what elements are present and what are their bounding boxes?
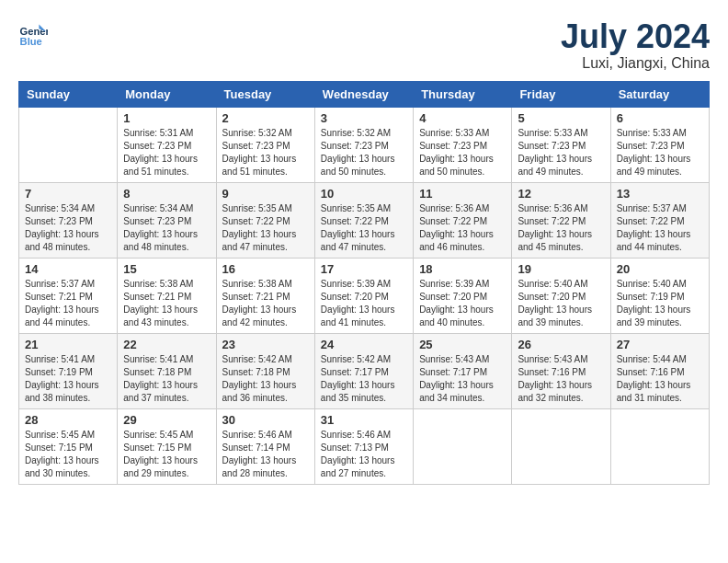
day-number: 23 xyxy=(222,338,309,351)
calendar-week-row: 21Sunrise: 5:41 AM Sunset: 7:19 PM Dayli… xyxy=(19,333,710,408)
calendar-cell: 8Sunrise: 5:34 AM Sunset: 7:23 PM Daylig… xyxy=(118,182,216,258)
day-number: 24 xyxy=(321,338,407,351)
calendar-cell: 1Sunrise: 5:31 AM Sunset: 7:23 PM Daylig… xyxy=(118,107,216,182)
weekday-header: Monday xyxy=(118,81,216,107)
day-info: Sunrise: 5:45 AM Sunset: 7:15 PM Dayligh… xyxy=(25,429,111,480)
day-number: 4 xyxy=(419,111,506,125)
calendar-week-row: 7Sunrise: 5:34 AM Sunset: 7:23 PM Daylig… xyxy=(19,182,710,258)
day-number: 21 xyxy=(25,338,111,351)
day-number: 26 xyxy=(518,338,604,351)
weekday-header: Thursday xyxy=(414,81,512,107)
day-number: 6 xyxy=(617,111,703,125)
calendar-title: July 2024 xyxy=(561,18,710,55)
day-number: 28 xyxy=(25,413,111,427)
day-info: Sunrise: 5:40 AM Sunset: 7:19 PM Dayligh… xyxy=(617,278,703,329)
day-number: 16 xyxy=(222,262,309,276)
day-number: 3 xyxy=(321,111,407,125)
day-info: Sunrise: 5:41 AM Sunset: 7:19 PM Dayligh… xyxy=(25,353,111,405)
day-info: Sunrise: 5:35 AM Sunset: 7:22 PM Dayligh… xyxy=(222,202,309,254)
calendar-cell: 5Sunrise: 5:33 AM Sunset: 7:23 PM Daylig… xyxy=(512,107,610,182)
calendar-cell: 29Sunrise: 5:45 AM Sunset: 7:15 PM Dayli… xyxy=(118,408,216,484)
day-info: Sunrise: 5:42 AM Sunset: 7:18 PM Dayligh… xyxy=(222,353,309,405)
calendar-cell: 14Sunrise: 5:37 AM Sunset: 7:21 PM Dayli… xyxy=(19,258,118,333)
calendar-cell: 12Sunrise: 5:36 AM Sunset: 7:22 PM Dayli… xyxy=(512,182,610,258)
logo: General Blue xyxy=(18,18,48,48)
day-number: 8 xyxy=(123,187,210,201)
calendar-cell xyxy=(512,408,610,484)
day-number: 20 xyxy=(617,262,703,276)
header-row: SundayMondayTuesdayWednesdayThursdayFrid… xyxy=(19,81,710,107)
day-number: 30 xyxy=(222,413,309,427)
calendar-cell xyxy=(19,107,118,182)
calendar-cell: 27Sunrise: 5:44 AM Sunset: 7:16 PM Dayli… xyxy=(610,333,709,408)
day-info: Sunrise: 5:38 AM Sunset: 7:21 PM Dayligh… xyxy=(123,278,210,329)
day-info: Sunrise: 5:40 AM Sunset: 7:20 PM Dayligh… xyxy=(518,278,604,329)
day-number: 12 xyxy=(518,187,604,201)
day-info: Sunrise: 5:42 AM Sunset: 7:17 PM Dayligh… xyxy=(321,353,407,405)
calendar-cell: 4Sunrise: 5:33 AM Sunset: 7:23 PM Daylig… xyxy=(414,107,512,182)
day-number: 10 xyxy=(321,187,407,201)
day-info: Sunrise: 5:39 AM Sunset: 7:20 PM Dayligh… xyxy=(321,278,407,329)
day-info: Sunrise: 5:33 AM Sunset: 7:23 PM Dayligh… xyxy=(518,127,604,178)
day-number: 15 xyxy=(123,262,210,276)
day-info: Sunrise: 5:44 AM Sunset: 7:16 PM Dayligh… xyxy=(617,353,703,405)
svg-text:General: General xyxy=(20,26,48,37)
day-number: 19 xyxy=(518,262,604,276)
day-number: 25 xyxy=(419,338,506,351)
weekday-header: Sunday xyxy=(19,81,118,107)
day-number: 27 xyxy=(617,338,703,351)
day-info: Sunrise: 5:46 AM Sunset: 7:14 PM Dayligh… xyxy=(222,429,309,480)
day-number: 5 xyxy=(518,111,604,125)
calendar-cell: 6Sunrise: 5:33 AM Sunset: 7:23 PM Daylig… xyxy=(610,107,709,182)
calendar-cell: 30Sunrise: 5:46 AM Sunset: 7:14 PM Dayli… xyxy=(216,408,314,484)
calendar-cell: 20Sunrise: 5:40 AM Sunset: 7:19 PM Dayli… xyxy=(610,258,709,333)
day-number: 2 xyxy=(222,111,309,125)
day-number: 7 xyxy=(25,187,111,201)
calendar-cell: 17Sunrise: 5:39 AM Sunset: 7:20 PM Dayli… xyxy=(314,258,413,333)
weekday-header: Saturday xyxy=(610,81,709,107)
calendar-cell: 11Sunrise: 5:36 AM Sunset: 7:22 PM Dayli… xyxy=(414,182,512,258)
day-info: Sunrise: 5:37 AM Sunset: 7:21 PM Dayligh… xyxy=(25,278,111,329)
day-info: Sunrise: 5:39 AM Sunset: 7:20 PM Dayligh… xyxy=(419,278,506,329)
calendar-cell: 26Sunrise: 5:43 AM Sunset: 7:16 PM Dayli… xyxy=(512,333,610,408)
day-number: 29 xyxy=(123,413,210,427)
day-info: Sunrise: 5:32 AM Sunset: 7:23 PM Dayligh… xyxy=(222,127,309,178)
svg-text:Blue: Blue xyxy=(20,36,42,47)
day-info: Sunrise: 5:35 AM Sunset: 7:22 PM Dayligh… xyxy=(321,202,407,254)
day-info: Sunrise: 5:46 AM Sunset: 7:13 PM Dayligh… xyxy=(321,429,407,480)
day-number: 11 xyxy=(419,187,506,201)
day-info: Sunrise: 5:34 AM Sunset: 7:23 PM Dayligh… xyxy=(123,202,210,254)
weekday-header: Friday xyxy=(512,81,610,107)
day-number: 31 xyxy=(321,413,407,427)
calendar-cell xyxy=(414,408,512,484)
calendar-cell: 16Sunrise: 5:38 AM Sunset: 7:21 PM Dayli… xyxy=(216,258,314,333)
day-number: 9 xyxy=(222,187,309,201)
day-info: Sunrise: 5:43 AM Sunset: 7:16 PM Dayligh… xyxy=(518,353,604,405)
day-number: 1 xyxy=(123,111,210,125)
day-info: Sunrise: 5:33 AM Sunset: 7:23 PM Dayligh… xyxy=(617,127,703,178)
day-info: Sunrise: 5:34 AM Sunset: 7:23 PM Dayligh… xyxy=(25,202,111,254)
weekday-header: Wednesday xyxy=(314,81,413,107)
day-info: Sunrise: 5:31 AM Sunset: 7:23 PM Dayligh… xyxy=(123,127,210,178)
calendar-cell: 19Sunrise: 5:40 AM Sunset: 7:20 PM Dayli… xyxy=(512,258,610,333)
day-number: 13 xyxy=(617,187,703,201)
calendar-subtitle: Luxi, Jiangxi, China xyxy=(561,55,710,72)
title-block: July 2024 Luxi, Jiangxi, China xyxy=(561,18,710,72)
day-number: 14 xyxy=(25,262,111,276)
calendar-cell: 24Sunrise: 5:42 AM Sunset: 7:17 PM Dayli… xyxy=(314,333,413,408)
day-number: 18 xyxy=(419,262,506,276)
calendar-cell: 31Sunrise: 5:46 AM Sunset: 7:13 PM Dayli… xyxy=(314,408,413,484)
day-info: Sunrise: 5:36 AM Sunset: 7:22 PM Dayligh… xyxy=(419,202,506,254)
day-number: 22 xyxy=(123,338,210,351)
calendar-week-row: 14Sunrise: 5:37 AM Sunset: 7:21 PM Dayli… xyxy=(19,258,710,333)
calendar-cell: 9Sunrise: 5:35 AM Sunset: 7:22 PM Daylig… xyxy=(216,182,314,258)
day-info: Sunrise: 5:33 AM Sunset: 7:23 PM Dayligh… xyxy=(419,127,506,178)
calendar-cell: 13Sunrise: 5:37 AM Sunset: 7:22 PM Dayli… xyxy=(610,182,709,258)
calendar-cell: 21Sunrise: 5:41 AM Sunset: 7:19 PM Dayli… xyxy=(19,333,118,408)
day-number: 17 xyxy=(321,262,407,276)
calendar-table: SundayMondayTuesdayWednesdayThursdayFrid… xyxy=(18,81,710,485)
calendar-cell: 15Sunrise: 5:38 AM Sunset: 7:21 PM Dayli… xyxy=(118,258,216,333)
page-header: General Blue July 2024 Luxi, Jiangxi, Ch… xyxy=(18,18,710,72)
day-info: Sunrise: 5:45 AM Sunset: 7:15 PM Dayligh… xyxy=(123,429,210,480)
calendar-cell: 7Sunrise: 5:34 AM Sunset: 7:23 PM Daylig… xyxy=(19,182,118,258)
